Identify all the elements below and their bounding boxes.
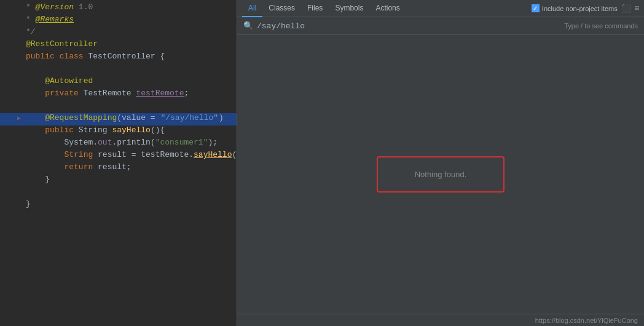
status-url: https://blog.csdn.net/YiQieFuCong <box>535 317 638 324</box>
search-bar: 🔍 Type / to see commands <box>237 17 644 35</box>
status-bar: https://blog.csdn.net/YiQieFuCong <box>237 314 644 326</box>
code-line-13: } <box>0 175 237 187</box>
search-results-area: Nothing found. <box>237 35 644 314</box>
code-line-12: return result; <box>0 162 237 175</box>
code-line-1: * @Version 1.0 <box>0 2 237 15</box>
tab-classes[interactable]: Classes <box>262 0 301 17</box>
code-line-11: String result = testRemote.sayHello(); <box>0 150 237 162</box>
tab-all[interactable]: All <box>242 0 262 17</box>
code-line-7: private TestRemote testRemote; <box>0 89 237 101</box>
search-tabs: All Classes Files Symbols Actions ✓ Incl… <box>237 0 644 17</box>
code-line-blank2 <box>0 101 237 113</box>
code-line-14: } <box>0 199 237 212</box>
include-label-text: Include non-project items <box>542 5 618 12</box>
code-line-blank3 <box>0 187 237 199</box>
layout-icon[interactable]: ⊞ <box>635 4 639 13</box>
nothing-found-text: Nothing found. <box>415 170 467 179</box>
tab-right-controls: ✓ Include non-project items ⬛ ⊞ <box>532 4 639 14</box>
code-line-2: * @Remarks <box>0 15 237 27</box>
search-input[interactable] <box>257 22 560 31</box>
tab-files[interactable]: Files <box>301 0 329 17</box>
code-line-10: System.out.println("consumer1"); <box>0 138 237 150</box>
nothing-found-box: Nothing found. <box>377 156 505 193</box>
code-editor: * @Version 1.0 * @Remarks */ @RestContro… <box>0 0 237 326</box>
code-line-6: @Autowired <box>0 76 237 89</box>
code-line-3: */ <box>0 27 237 39</box>
filter-icon[interactable]: ⬛ <box>621 4 631 14</box>
search-hint: Type / to see commands <box>564 22 638 30</box>
tab-actions[interactable]: Actions <box>369 0 406 17</box>
include-non-project-label[interactable]: ✓ Include non-project items <box>532 4 618 12</box>
code-line-blank1 <box>0 64 237 76</box>
search-pane: All Classes Files Symbols Actions ✓ Incl… <box>237 0 644 326</box>
tab-symbols[interactable]: Symbols <box>329 0 369 17</box>
code-line-4: @RestController <box>0 39 237 52</box>
code-line-8: ▶ @RequestMapping(value = "/say/hello") <box>0 113 237 125</box>
include-non-project-checkbox[interactable]: ✓ <box>532 4 540 12</box>
search-icon: 🔍 <box>243 21 253 31</box>
code-line-5: public class TestController { <box>0 52 237 64</box>
code-line-9: public String sayHello(){ <box>0 125 237 138</box>
